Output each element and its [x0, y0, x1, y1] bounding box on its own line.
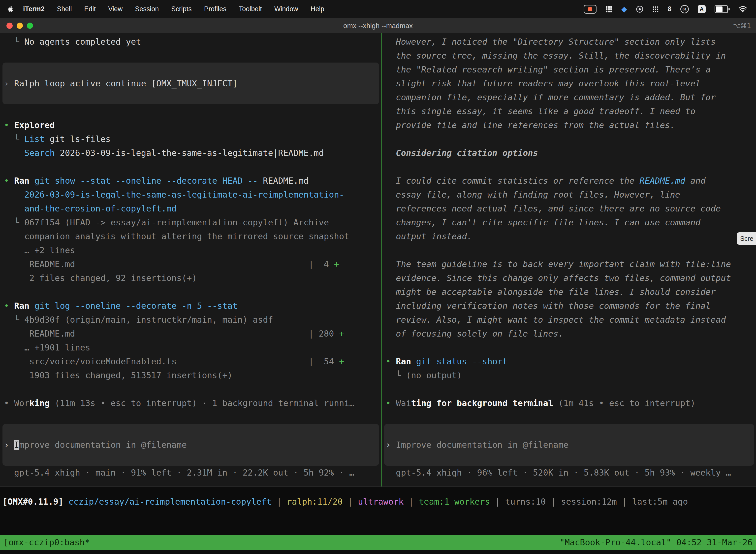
omx-bar-segment: cczip/essay/ai-reimplementation-copyleft: [68, 497, 271, 507]
dark-app-icon[interactable]: [636, 5, 643, 13]
text-segment: No agents completed yet: [24, 37, 141, 47]
text-segment: README.md | 4: [4, 259, 334, 269]
menu-item-iterm2[interactable]: iTerm2: [17, 5, 51, 13]
dots-grid-icon[interactable]: [652, 6, 659, 12]
menu-item-profiles[interactable]: Profiles: [198, 5, 233, 13]
model-status-line: gpt-5.4 xhigh · main · 91% left · 2.31M …: [4, 466, 381, 480]
menu-item-session[interactable]: Session: [129, 5, 165, 13]
omx-status-bar: [OMX#0.11.9] cczip/essay/ai-reimplementa…: [0, 487, 756, 516]
right-pane[interactable]: However, I noticed the "Directory Struct…: [382, 33, 756, 487]
menu-item-window[interactable]: Window: [268, 5, 304, 13]
blank-line: [4, 285, 381, 299]
text-segment: git ls-files: [50, 134, 111, 144]
menu-item-scripts[interactable]: Scripts: [165, 5, 198, 13]
battery-icon[interactable]: [714, 5, 730, 13]
terminal-area: └ No agents completed yet› Ralph loop ac…: [0, 33, 756, 487]
text-segment: └ 067f154 (HEAD -> essay/ai-reimplementa…: [4, 217, 329, 227]
text-segment: and-the-erosion-of-copyleft.md: [4, 204, 177, 214]
text-segment: might be acceptable alongside the file l…: [386, 287, 716, 297]
terminal-line: README.md | 280 +: [4, 327, 381, 340]
text-segment: (1m 41s • esc to interrupt): [553, 398, 695, 408]
prompt-input[interactable]: › Improve documentation in @filename: [2, 424, 379, 466]
prompt-input[interactable]: › Improve documentation in @filename: [384, 424, 754, 466]
menu-item-help[interactable]: Help: [304, 5, 331, 13]
terminal-line: README.md | 4 +: [4, 257, 381, 271]
text-segment: 2026-03-09-is-legal-the-same-as-legitima…: [4, 189, 344, 200]
text-segment: Considering citation options: [386, 148, 538, 158]
blank-line: [386, 160, 756, 174]
text-segment: README.md | 280: [4, 329, 339, 339]
text-segment: king: [29, 398, 50, 408]
terminal-line: companion analysis without altering the …: [4, 229, 381, 243]
terminal-line: the source tree, missing the essay. Stil…: [386, 49, 756, 63]
terminal-line: 2 files changed, 92 insertions(+): [4, 271, 381, 285]
omx-bar-segment: |: [343, 497, 358, 507]
terminal-line: essay file, along with finding root file…: [386, 188, 756, 202]
terminal-line: might be acceptable alongside the file l…: [386, 285, 756, 299]
screen-recording-indicator[interactable]: [584, 5, 596, 14]
text-segment: git status --short: [416, 356, 507, 366]
blank-line: [4, 49, 381, 63]
left-pane[interactable]: └ No agents completed yet› Ralph loop ac…: [0, 33, 381, 487]
battery-body: [714, 5, 728, 13]
text-segment: ting for background terminal: [411, 398, 553, 408]
working-status-line: • Working (11m 13s • esc to interrupt) ·…: [4, 396, 381, 410]
text-segment: mprove documentation in @filename: [19, 440, 187, 450]
text-segment: •: [4, 176, 14, 186]
app-8-icon[interactable]: 8: [668, 5, 672, 13]
text-segment: the "Related research writing" section i…: [386, 64, 711, 74]
gauge-61-icon[interactable]: 61: [680, 5, 689, 13]
terminal-line: of focusing solely on file lines.: [386, 327, 756, 340]
terminal-line: › Ralph loop active continue [OMX_TMUX_I…: [4, 76, 238, 90]
text-segment: Ran: [14, 176, 35, 186]
text-segment: the source tree, missing the essay. Stil…: [386, 51, 726, 61]
text-segment: … +2 lines: [4, 245, 75, 255]
terminal-line: review. Also, I might want to inspect th…: [386, 313, 756, 327]
text-segment: └ (no output): [386, 370, 462, 380]
omx-bar-segment: |: [403, 497, 419, 507]
text-segment: Search: [4, 148, 60, 158]
wifi-icon[interactable]: [739, 6, 747, 12]
thinking-heading: Considering citation options: [386, 146, 756, 160]
text-segment: evidence. Since this change only affects…: [386, 273, 731, 283]
input-source-icon[interactable]: A: [698, 5, 706, 13]
text-segment: ›: [4, 78, 14, 88]
terminal-line: › Improve documentation in @filename: [386, 438, 568, 452]
terminal-line: and-the-erosion-of-copyleft.md: [4, 202, 381, 215]
menu-item-view[interactable]: View: [102, 5, 129, 13]
tmux-host-time: "MacBook-Pro-44.local" 04:52 31-Mar-26: [560, 537, 753, 547]
terminal-line: └ 4b9d30f (origin/main, instructkr/main,…: [4, 313, 381, 327]
omx-bar-segment: |: [271, 497, 287, 507]
menu-item-toolbelt[interactable]: Toolbelt: [233, 5, 268, 13]
blue-app-icon[interactable]: ◆: [621, 5, 627, 13]
text-segment: However, I noticed the "Directory Struct…: [386, 37, 716, 47]
text-segment: and: [685, 176, 706, 186]
terminal-line: including verification notes with those …: [386, 299, 756, 313]
terminal-line: 2026-03-09-is-legal-the-same-as-legitima…: [4, 188, 381, 202]
text-segment: The team guideline is to back every impo…: [386, 259, 731, 269]
screen-share-button[interactable]: Scre: [737, 232, 756, 245]
text-segment: ›: [386, 440, 396, 450]
blank-line: [4, 410, 381, 424]
window-shortcut-badge: ⌥⌘1: [733, 18, 751, 33]
terminal-line: • Ran git status --short: [386, 354, 756, 368]
terminal-line: the "Related research writing" section i…: [386, 63, 756, 76]
terminal-line: changes, I can't cite specific file line…: [386, 215, 756, 229]
terminal-line: this single essay, it seems like a good …: [386, 104, 756, 118]
text-segment: +: [339, 329, 344, 339]
blank-line: [386, 132, 756, 146]
apple-menu-icon[interactable]: [7, 6, 13, 13]
grid-app-icon[interactable]: [606, 6, 612, 13]
text-segment: +: [339, 356, 344, 366]
text-segment: review. Also, I might want to inspect th…: [386, 315, 726, 325]
terminal-line: › Improve documentation in @filename: [4, 438, 187, 452]
text-segment: companion file, especially if more comme…: [386, 92, 716, 102]
text-segment: companion analysis without altering the …: [4, 231, 349, 241]
menu-item-edit[interactable]: Edit: [78, 5, 102, 13]
terminal-line: However, I noticed the "Directory Struct…: [386, 35, 756, 49]
omx-bar-segment: ralph:11/20: [287, 497, 342, 507]
text-segment: Ran: [14, 301, 35, 311]
blank-line: [4, 382, 381, 396]
menu-item-shell[interactable]: Shell: [51, 5, 78, 13]
terminal-line: output instead.: [386, 229, 756, 243]
